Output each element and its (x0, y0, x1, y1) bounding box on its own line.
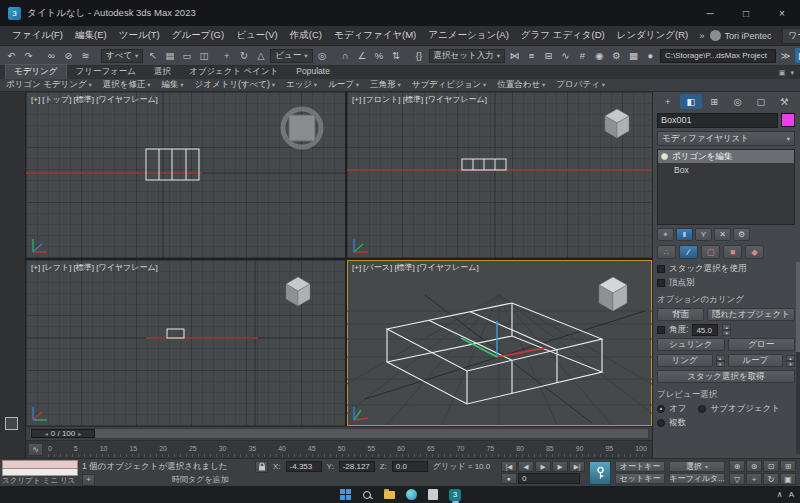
viewport-top-label[interactable]: [+] [トップ] [標準] [ワイヤフレーム] (31, 94, 158, 105)
radio-off[interactable] (657, 405, 665, 413)
bind-spacewarp-icon[interactable]: ≋ (78, 48, 93, 63)
rendered-frame-icon[interactable]: ▦ (626, 48, 641, 63)
add-time-tag[interactable]: 時間タグを追加 (172, 474, 229, 485)
key-mode-toggle-icon[interactable]: ● (501, 473, 517, 484)
modifier-list-dropdown[interactable]: モディファイヤリスト ▾ (657, 131, 795, 146)
rotate-icon[interactable]: ↻ (236, 48, 251, 63)
selected-dropdown[interactable]: 選択 (669, 461, 725, 472)
time-slider-handle[interactable]: ◂ 0 / 100 ▸ (31, 429, 95, 438)
3dsmax-taskbar-icon[interactable]: 3 (449, 488, 462, 501)
ribbon-group-dropdown[interactable]: ジオメトリ(すべて) (195, 79, 275, 91)
loop-spinner[interactable]: ▴▾ (786, 355, 795, 367)
ribbon-group-dropdown[interactable]: プロパティ (556, 79, 605, 91)
project-folder-field[interactable]: C:\Storage\P...dsMax Project (660, 49, 776, 63)
angle-value-field[interactable]: 45.0 (692, 324, 718, 336)
viewport-left-canvas[interactable] (26, 260, 345, 426)
mirror-icon[interactable]: ⋈ (507, 48, 522, 63)
close-button[interactable]: × (764, 0, 800, 26)
ribbon-group-dropdown[interactable]: エッジ (286, 79, 317, 91)
ring-button[interactable]: リング (657, 354, 713, 367)
maximize-button[interactable]: □ (728, 0, 764, 26)
pan-icon[interactable]: + (746, 473, 762, 485)
ribbon-group-dropdown[interactable]: サブディビジョン (412, 79, 487, 91)
viewport-left-label[interactable]: [+] [レフト] [標準] [ワイヤフレーム] (31, 262, 158, 273)
menu-item[interactable]: グラフ エディタ(D) (515, 27, 611, 44)
stack-row-box[interactable]: Box (658, 163, 794, 176)
named-selection-set-dropdown[interactable]: 選択セット入力 (429, 49, 505, 63)
viewcube[interactable] (599, 277, 627, 311)
go-to-start-button[interactable]: |◀ (501, 461, 517, 472)
go-to-end-button[interactable]: ▶| (569, 461, 585, 472)
menu-overflow-button[interactable]: » (694, 28, 709, 43)
by-angle-row[interactable]: 角度: 45.0 ▴ ▾ (657, 324, 795, 336)
ribbon-group-dropdown[interactable]: 編集 (162, 79, 184, 91)
maximize-viewport-icon[interactable]: ▣ (780, 473, 796, 485)
ribbon-tab[interactable]: 選択 (146, 65, 179, 79)
search-button[interactable] (361, 488, 374, 501)
zoom-all-icon[interactable]: ⊛ (746, 460, 762, 472)
menu-item[interactable]: モディファイヤ(M) (328, 27, 422, 44)
viewport-front[interactable]: [+] [フロント] [標準] [ワイヤフレーム] (347, 92, 652, 258)
selection-filter-dropdown[interactable]: すべて (101, 49, 143, 63)
radio-subobject[interactable] (698, 405, 706, 413)
wire-color-swatch[interactable] (781, 113, 795, 127)
browser-icon[interactable] (405, 488, 418, 501)
ribbon-group-dropdown[interactable]: 選択を修正 (103, 79, 151, 91)
selection-lock-icon[interactable] (255, 461, 268, 473)
ribbon-tab[interactable]: オブジェクト ペイント (181, 65, 286, 79)
panel-scrollbar[interactable] (796, 262, 800, 454)
checkbox[interactable] (657, 279, 665, 287)
frame-back-nub[interactable]: ◂ (45, 430, 48, 437)
schematic-view-icon[interactable]: # (575, 48, 590, 63)
spinner-down-icon[interactable]: ▾ (716, 361, 725, 367)
snap-toggle-icon[interactable]: ∩ (338, 48, 353, 63)
workspace-selector[interactable]: ワークスペース: 既定値 (782, 28, 800, 44)
menu-item[interactable]: ファイル(F) (6, 27, 69, 44)
spinner-down-icon[interactable]: ▾ (722, 330, 731, 336)
viewport-perspective-canvas[interactable] (347, 260, 652, 426)
x-coordinate-field[interactable]: -4.353 (286, 461, 322, 472)
ribbon-tab[interactable]: Populate (288, 65, 338, 79)
material-editor-icon[interactable]: ◉ (592, 48, 607, 63)
file-explorer-icon[interactable] (383, 488, 396, 501)
render-icon[interactable]: ● (643, 48, 658, 63)
edit-selection-sets-icon[interactable]: {} (412, 48, 427, 63)
by-vertex-checkbox[interactable]: 頂点別 (657, 277, 795, 289)
viewport-perspective[interactable]: [+] [パース] [標準] [ワイヤフレーム] (347, 260, 652, 426)
create-tab-icon[interactable]: + (657, 94, 678, 109)
ribbon-tab[interactable]: フリーフォーム (68, 65, 145, 79)
viewport-layout-tab-button[interactable] (5, 417, 18, 430)
angle-snap-icon[interactable]: ∠ (355, 48, 370, 63)
start-button[interactable] (339, 488, 352, 501)
redo-icon[interactable]: ↷ (21, 48, 36, 63)
time-slider-groove[interactable]: ◂ 0 / 100 ▸ (29, 428, 649, 439)
ribbon-tab[interactable]: モデリング (6, 65, 66, 79)
preview-multi-row[interactable]: 複数 (657, 417, 795, 429)
ribbon-group-dropdown[interactable]: ループ (328, 79, 359, 91)
time-slider[interactable]: ◂ 0 / 100 ▸ (26, 426, 652, 440)
layer-manager-icon[interactable]: ⊟ (541, 48, 556, 63)
pivot-center-icon[interactable]: ◎ (315, 48, 330, 63)
viewport-perspective-label[interactable]: [+] [パース] [標準] [ワイヤフレーム] (352, 262, 479, 273)
play-button[interactable]: ▶ (535, 461, 551, 472)
current-frame-field[interactable]: 0 (518, 473, 580, 484)
backface-button[interactable]: 背面 (657, 308, 704, 321)
get-stack-selection-button[interactable]: スタック選択を取得 (657, 370, 795, 383)
vertex-mode-icon[interactable]: ∴ (657, 245, 676, 259)
listener-field[interactable] (2, 469, 78, 476)
preview-off-row[interactable]: オフ サブオブジェクト (657, 403, 795, 415)
make-unique-icon[interactable]: Y (695, 228, 712, 241)
select-link-icon[interactable]: ∞ (44, 48, 59, 63)
show-end-result-icon[interactable]: ‖ (676, 228, 693, 241)
modify-tab-icon[interactable]: ◧ (680, 94, 701, 109)
viewport-top-canvas[interactable] (26, 92, 345, 258)
viewport-front-label[interactable]: [+] [フロント] [標準] [ワイヤフレーム] (352, 94, 487, 105)
menu-item[interactable]: ツール(T) (113, 27, 166, 44)
menu-item[interactable]: グループ(G) (166, 27, 230, 44)
border-mode-icon[interactable]: ▢ (701, 245, 720, 259)
ribbon-group-dropdown[interactable]: 位置合わせ (497, 79, 545, 91)
move-icon[interactable]: + (219, 48, 234, 63)
frame-forward-nub[interactable]: ▸ (78, 430, 81, 437)
object-name-field[interactable]: Box001 (657, 113, 778, 128)
y-coordinate-field[interactable]: -28.127 (339, 461, 375, 472)
